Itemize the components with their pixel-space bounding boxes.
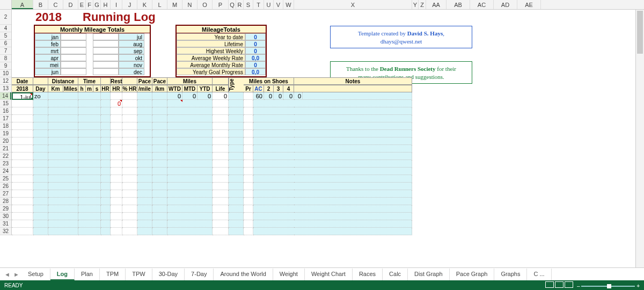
data-cell[interactable] [78,175,101,183]
data-cell[interactable] [48,153,78,160]
col-header-R[interactable]: R [236,0,244,9]
tab-next-icon[interactable]: ► [13,271,19,278]
data-cell[interactable] [78,183,101,190]
data-cell[interactable] [137,137,152,145]
col-header-T[interactable]: T [253,0,264,9]
data-cell[interactable] [152,213,167,220]
data-cell[interactable] [111,168,122,175]
sheet-tab-dist-graph[interactable]: Dist Graph [408,269,450,280]
data-cell[interactable] [294,190,412,198]
col-header-U[interactable]: U [264,0,274,9]
data-cell[interactable] [122,175,137,183]
data-cell[interactable] [78,130,101,137]
month-mei-val[interactable] [61,61,86,68]
data-cell[interactable] [101,122,111,130]
data-cell[interactable] [244,122,253,130]
data-cell[interactable] [48,168,78,175]
col-header-P[interactable]: P [213,0,229,9]
grid-area[interactable]: 2018 Running Log Monthly Mileage Totals … [12,10,644,267]
data-cell[interactable] [244,213,253,220]
data-cell[interactable] [167,168,213,175]
zoom-slider[interactable] [581,286,635,287]
month-feb-val[interactable] [61,40,86,47]
data-cell[interactable] [33,228,48,235]
data-cell[interactable] [33,198,48,205]
sheet-tab-calc[interactable]: Calc [383,269,408,280]
data-cell[interactable] [101,228,111,235]
data-cell[interactable] [101,175,111,183]
data-cell[interactable] [213,137,229,145]
data-cell[interactable] [101,168,111,175]
col-header-F[interactable]: F [86,0,93,9]
data-cell[interactable] [213,190,229,198]
data-cell[interactable] [152,228,167,235]
data-cell[interactable] [167,183,213,190]
data-cell[interactable] [101,198,111,205]
data-cell[interactable] [229,205,244,213]
data-cell[interactable] [78,107,101,115]
month-dec-val[interactable] [93,68,119,75]
data-cell[interactable] [78,92,101,100]
data-cell[interactable] [33,137,48,145]
data-cell[interactable] [78,220,101,228]
col-header-AB[interactable]: AB [447,0,470,9]
data-cell[interactable] [213,183,229,190]
col-header-C[interactable]: C [48,0,63,9]
data-cell[interactable] [294,100,412,107]
row-header-30[interactable]: 30 [0,213,11,220]
data-cell[interactable] [111,107,122,115]
sheet-tab-weight[interactable]: Weight [273,269,305,280]
data-cell[interactable] [294,115,412,122]
data-cell[interactable] [167,115,213,122]
data-cell[interactable] [244,175,253,183]
data-cell[interactable] [101,130,111,137]
data-cell[interactable]: 0 [264,92,274,100]
data-cell[interactable] [101,107,111,115]
data-cell[interactable] [244,130,253,137]
data-cell[interactable] [48,100,78,107]
data-cell[interactable] [167,220,213,228]
data-cell[interactable] [137,100,152,107]
data-cell[interactable] [244,115,253,122]
data-cell[interactable] [137,145,152,153]
data-cell[interactable] [12,107,33,115]
col-header-W[interactable]: W [283,0,294,9]
data-cell[interactable]: 0 [182,92,197,100]
data-cell[interactable] [111,175,122,183]
data-cell[interactable] [101,213,111,220]
data-cell[interactable] [101,153,111,160]
data-cell[interactable] [213,168,229,175]
data-cell[interactable] [33,145,48,153]
data-cell[interactable] [229,175,244,183]
data-cell[interactable] [33,130,48,137]
data-cell[interactable] [12,100,33,107]
data-cell[interactable] [48,137,78,145]
data-cell[interactable] [137,130,152,137]
data-cell[interactable] [152,160,167,168]
data-cell[interactable] [48,228,78,235]
data-cell[interactable] [229,213,244,220]
data-cell[interactable] [78,205,101,213]
col-header-AE[interactable]: AE [517,0,541,9]
data-cell[interactable] [229,115,244,122]
row-header-7[interactable]: 7 [0,47,11,55]
row-header-13[interactable]: 13 [0,85,11,92]
col-header-M[interactable]: M [167,0,182,9]
data-cell[interactable] [101,100,111,107]
data-cell[interactable] [12,205,33,213]
data-cell[interactable] [229,183,244,190]
data-cell[interactable] [229,92,244,100]
data-cell[interactable] [122,160,137,168]
col-header-Y[interactable]: Y [412,0,419,9]
col-header-H[interactable]: H [101,0,111,9]
data-cell[interactable] [137,122,152,130]
data-cell[interactable] [244,107,253,115]
data-cell[interactable] [152,175,167,183]
data-cell[interactable] [167,198,213,205]
col-header-N[interactable]: N [182,0,197,9]
sheet-tab-tpm[interactable]: TPM [100,269,126,280]
data-cell[interactable] [294,137,412,145]
data-cell[interactable] [213,153,229,160]
row-header-6[interactable]: 6 [0,40,11,47]
data-cell[interactable] [33,100,48,107]
